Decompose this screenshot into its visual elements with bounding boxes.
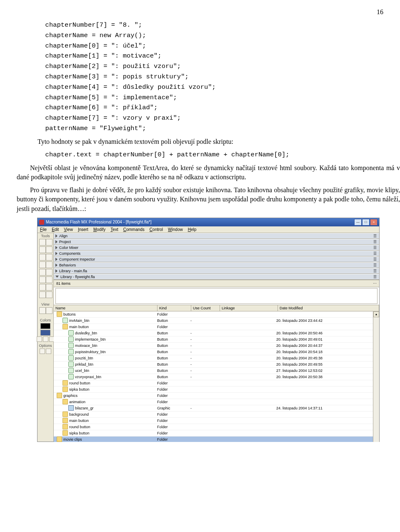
library-row[interactable]: animationFolder [54, 399, 373, 405]
panel-behaviors[interactable]: Behaviors☰ [54, 262, 379, 268]
flash-window: Macromedia Flash MX Professional 2004 - … [37, 218, 380, 442]
panel-components[interactable]: Components☰ [54, 251, 379, 256]
freetrans-tool[interactable] [39, 276, 46, 283]
minimize-button[interactable]: — [354, 219, 362, 226]
library-row[interactable]: graphicsFolder [54, 393, 373, 399]
panel-menu-icon[interactable]: ☰ [373, 251, 378, 256]
library-panel-body: 81 items ⋯ Name Kind Use Count Linkage D… [54, 280, 379, 442]
library-row[interactable]: backgroundFolder [54, 412, 373, 418]
folder-icon [57, 393, 62, 398]
col-use[interactable]: Use Count [191, 305, 220, 311]
color-opt-2[interactable] [43, 336, 48, 342]
panel-menu-icon[interactable]: ☰ [373, 234, 378, 238]
pen-tool[interactable] [39, 254, 46, 261]
library-options-icon[interactable]: ⋯ [373, 281, 377, 286]
row-use: - [189, 356, 217, 360]
panel-component-inspector[interactable]: Component Inspector☰ [54, 256, 379, 262]
zoom-tool[interactable] [46, 307, 52, 314]
disclosure-triangle-icon [55, 276, 59, 278]
row-name: main button [69, 419, 89, 423]
panel-menu-icon[interactable]: ☰ [373, 263, 378, 267]
folder-icon [62, 380, 68, 386]
menu-control[interactable]: Control [150, 227, 163, 232]
menu-commands[interactable]: Commands [123, 227, 145, 232]
menu-text[interactable]: Text [110, 227, 118, 232]
library-row[interactable]: bilazare_grGraphic-24. listopadu 2004 14… [54, 405, 373, 412]
col-name[interactable]: Name [54, 305, 158, 311]
menu-window[interactable]: Window [168, 227, 183, 232]
row-kind: Folder [155, 437, 189, 442]
paragraph-library: Pro úpravu ve flashi je dobré vědět, že … [17, 186, 400, 213]
library-row[interactable]: main buttonFolder [54, 418, 373, 424]
fill-color[interactable] [40, 330, 50, 336]
library-row[interactable]: buttonsFolder [54, 311, 373, 318]
subselect-tool[interactable] [46, 239, 52, 246]
panel-align[interactable]: Align☰ [54, 233, 379, 239]
scrollbar[interactable]: ▲ ▼ [373, 311, 379, 442]
library-row[interactable]: dusledky_btnButton-20. listopadu 2004 20… [54, 330, 373, 336]
folder-icon [62, 386, 68, 392]
lasso-tool[interactable] [46, 246, 52, 253]
col-link[interactable]: Linkage [220, 305, 278, 311]
scroll-up-icon[interactable]: ▲ [373, 311, 379, 317]
col-date[interactable]: Date Modified [278, 305, 379, 311]
row-kind: Folder [155, 381, 189, 385]
library-row[interactable]: sipka buttonFolder [54, 386, 373, 393]
library-row[interactable]: main buttonFolder [54, 324, 373, 330]
library-row[interactable]: movie clipsFolder [54, 437, 373, 442]
button-icon [68, 368, 74, 373]
smooth-option[interactable] [46, 349, 51, 354]
oval-tool[interactable] [39, 261, 46, 268]
library-row[interactable]: sipka buttonFolder [54, 430, 373, 437]
hand-tool[interactable] [39, 307, 46, 314]
library-row[interactable]: round buttonFolder [54, 424, 373, 430]
menu-view[interactable]: View [64, 227, 73, 232]
maximize-button[interactable]: □ [362, 219, 370, 226]
line-tool[interactable] [39, 246, 46, 253]
inkbottle-tool[interactable] [39, 284, 46, 291]
paintbucket-tool[interactable] [46, 284, 52, 291]
panel-menu-icon[interactable]: ☰ [373, 257, 378, 261]
row-date: 20. listopadu 2004 23:44:42 [275, 319, 373, 323]
text-tool[interactable] [46, 254, 52, 261]
panel-library-main-fla[interactable]: Library - main.fla☰ [54, 268, 379, 274]
col-kind[interactable]: Kind [158, 305, 191, 311]
eraser-tool[interactable] [46, 291, 52, 298]
menu-insert[interactable]: Insert [78, 227, 88, 232]
row-kind: Folder [155, 312, 189, 316]
panel-library-flyweight-fla[interactable]: Library - flyweight.fla☰ [54, 274, 379, 280]
menu-edit[interactable]: Edit [52, 227, 59, 232]
library-row[interactable]: round buttonFolder [54, 380, 373, 386]
close-button[interactable]: × [370, 219, 378, 226]
stroke-color[interactable] [40, 323, 50, 329]
menu-file[interactable]: File [40, 227, 47, 232]
library-row[interactable]: vzoryvpraxi_btnButton-20. listopadu 2004… [54, 374, 373, 380]
menu-modify[interactable]: Modify [93, 227, 105, 232]
library-row[interactable]: popisstruktury_btnButton-20. listopadu 2… [54, 349, 373, 355]
row-kind: Folder [155, 325, 189, 329]
library-row[interactable]: invMain_btnButton-20. listopadu 2004 23:… [54, 318, 373, 324]
menu-help[interactable]: Help [188, 227, 197, 232]
arrow-tool[interactable] [39, 239, 46, 246]
panel-menu-icon[interactable]: ☰ [373, 269, 378, 273]
snap-option[interactable] [40, 349, 45, 354]
panel-color-mixer[interactable]: Color Mixer☰ [54, 245, 379, 251]
library-row[interactable]: ucel_btnButton-27. listopadu 2004 12:53:… [54, 368, 373, 374]
pencil-tool[interactable] [39, 269, 46, 276]
panel-menu-icon[interactable]: ☰ [373, 240, 378, 244]
eyedropper-tool[interactable] [39, 291, 46, 298]
color-opt-1[interactable] [37, 336, 42, 342]
brush-tool[interactable] [46, 269, 52, 276]
panel-project[interactable]: Project☰ [54, 239, 379, 245]
filltrans-tool[interactable] [46, 276, 52, 283]
library-row[interactable]: implementace_btnButton-20. listopadu 200… [54, 336, 373, 343]
rect-tool[interactable] [46, 261, 52, 268]
row-kind: Button [155, 337, 189, 341]
panel-menu-icon[interactable]: ☰ [373, 275, 378, 279]
library-row[interactable]: pouziti_btnButton-20. listopadu 2004 20:… [54, 355, 373, 361]
colors-label: Colors [40, 318, 51, 322]
library-row[interactable]: priklad_btnButton-20. listopadu 2004 20:… [54, 361, 373, 368]
library-row[interactable]: motivace_btnButton-20. listopadu 2004 20… [54, 343, 373, 349]
panel-menu-icon[interactable]: ☰ [373, 246, 378, 250]
row-kind: Folder [155, 387, 189, 391]
